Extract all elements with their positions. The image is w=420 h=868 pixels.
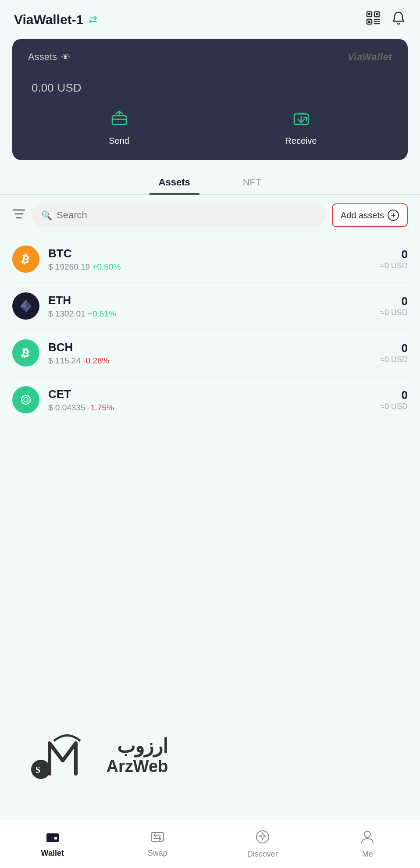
svg-rect-28 (46, 835, 59, 837)
asset-item-btc[interactable]: BTC $ 19260.19 +0.50% 0 ≈0 USD (12, 236, 408, 283)
assets-label-row: Assets 👁 ViaWallet (28, 51, 392, 63)
bottom-nav: Wallet Swap Discover Me (0, 820, 420, 868)
receive-label: Receive (285, 136, 317, 146)
tab-nft[interactable]: NFT (217, 171, 288, 194)
filter-icon[interactable] (12, 208, 25, 222)
svg-rect-29 (54, 837, 57, 840)
main-tabs: Assets NFT (0, 171, 420, 195)
notification-icon[interactable] (391, 11, 406, 28)
send-icon (110, 110, 129, 132)
search-box[interactable]: 🔍 (32, 203, 326, 227)
me-nav-icon (361, 830, 374, 847)
send-label: Send (109, 136, 129, 146)
cet-name: CET (48, 388, 380, 401)
btc-balance: 0 ≈0 USD (380, 248, 408, 270)
cet-info: CET $ 0.04335 -1.75% (48, 388, 380, 413)
svg-rect-4 (376, 13, 378, 15)
wallet-name: ViaWallet-1 (14, 12, 83, 27)
btc-info: BTC $ 19260.19 +0.50% (48, 247, 380, 272)
svg-point-31 (364, 831, 370, 837)
asset-item-eth[interactable]: ETH $ 1302.01 +0.51% 0 ≈0 USD (12, 283, 408, 330)
brand-name: ViaWallet (348, 51, 392, 63)
header: ViaWallet-1 ⇄ (0, 0, 420, 36)
assets-card: Assets 👁 ViaWallet 0.00USD Send (12, 39, 408, 160)
asset-list: BTC $ 19260.19 +0.50% 0 ≈0 USD ETH $ (0, 231, 420, 428)
tab-assets[interactable]: Assets (132, 171, 217, 194)
search-input[interactable] (57, 210, 316, 221)
svg-rect-10 (112, 116, 126, 125)
svg-point-24 (24, 398, 28, 402)
search-add-row: 🔍 Add assets + (0, 195, 420, 231)
send-button[interactable]: Send (28, 110, 210, 146)
svg-text:$: $ (36, 764, 40, 775)
svg-rect-3 (368, 13, 370, 15)
cet-logo (12, 386, 39, 413)
bch-price: $ 115.24 -0.28% (48, 356, 380, 366)
svg-rect-30 (151, 832, 164, 841)
eth-logo (12, 292, 39, 320)
bch-name: BCH (48, 341, 380, 354)
visibility-toggle-icon[interactable]: 👁 (61, 52, 70, 62)
btc-logo (12, 245, 39, 273)
btc-price: $ 19260.19 +0.50% (48, 262, 380, 272)
header-right (366, 11, 406, 28)
bch-logo (12, 339, 39, 366)
card-actions: Send Receive (28, 110, 392, 146)
asset-item-cet[interactable]: CET $ 0.04335 -1.75% 0 ≈0 USD (12, 377, 408, 423)
eth-price: $ 1302.01 +0.51% (48, 309, 380, 319)
add-circle-icon: + (388, 210, 399, 221)
swap-nav-icon (150, 831, 164, 846)
eth-name: ETH (48, 294, 380, 307)
bch-info: BCH $ 115.24 -0.28% (48, 341, 380, 366)
total-amount: 0.00USD (28, 68, 392, 97)
asset-item-bch[interactable]: BCH $ 115.24 -0.28% 0 ≈0 USD (12, 330, 408, 377)
nav-wallet-label: Wallet (41, 849, 64, 858)
svg-rect-5 (368, 21, 370, 23)
cet-price: $ 0.04335 -1.75% (48, 403, 380, 413)
nav-wallet[interactable]: Wallet (0, 820, 105, 868)
assets-text: Assets (28, 51, 57, 63)
eth-info: ETH $ 1302.01 +0.51% (48, 294, 380, 319)
nav-me-label: Me (362, 850, 373, 859)
add-assets-button[interactable]: Add assets + (332, 203, 408, 227)
nav-discover[interactable]: Discover (210, 820, 315, 868)
scan-icon[interactable] (366, 11, 381, 28)
discover-nav-icon (256, 830, 270, 847)
header-left: ViaWallet-1 ⇄ (14, 12, 97, 27)
svg-point-25 (31, 760, 50, 779)
cet-balance: 0 ≈0 USD (380, 388, 408, 411)
btc-name: BTC (48, 247, 380, 260)
receive-icon (292, 110, 311, 132)
switch-wallet-icon[interactable]: ⇄ (89, 14, 97, 26)
nav-swap[interactable]: Swap (105, 820, 210, 868)
eth-balance: 0 ≈0 USD (380, 295, 408, 317)
receive-button[interactable]: Receive (210, 110, 392, 146)
search-icon: 🔍 (41, 210, 52, 221)
watermark:  $ ارزوب ArzWeb (18, 721, 168, 789)
nav-discover-label: Discover (247, 850, 278, 859)
bch-balance: 0 ≈0 USD (380, 342, 408, 364)
add-assets-label: Add assets (341, 210, 384, 221)
nav-me[interactable]: Me (315, 820, 420, 868)
wallet-nav-icon (46, 831, 60, 846)
nav-swap-label: Swap (148, 849, 167, 858)
